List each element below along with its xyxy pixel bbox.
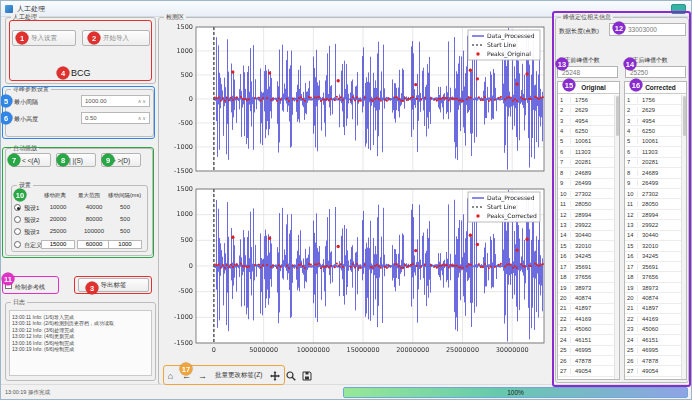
batch-change-labels-button[interactable]: 批量更改标签(Z)	[213, 371, 264, 380]
table-row[interactable]: 824689	[625, 168, 681, 178]
table-row[interactable]: 611303	[558, 147, 614, 157]
table-row[interactable]: 2749054	[558, 366, 614, 376]
window-control-button[interactable]	[671, 4, 686, 14]
table-row[interactable]: 1532010	[625, 241, 681, 251]
table-row[interactable]: 1837656	[625, 272, 681, 282]
table-row[interactable]: 1228994	[625, 210, 681, 220]
row-index: 7	[625, 159, 638, 165]
table-row[interactable]: 46250	[625, 126, 681, 136]
table-row[interactable]: 2647878	[558, 356, 614, 366]
table-row[interactable]: 2546995	[625, 346, 681, 356]
original-peaks-table[interactable]: Original 1175622629349544625051006161130…	[557, 81, 620, 380]
table-row[interactable]: 510061	[625, 137, 681, 147]
preset-label: 预设2	[24, 216, 39, 225]
table-row[interactable]: 34954	[625, 116, 681, 126]
row-index: 9	[558, 180, 571, 186]
min-height-input[interactable]	[82, 115, 138, 121]
save-icon[interactable]	[301, 369, 312, 382]
table-row[interactable]: 46250	[558, 126, 614, 136]
draw-reference-checkbox[interactable]	[5, 282, 12, 289]
table-row[interactable]: 2244169	[558, 314, 614, 324]
table-row[interactable]: 926499	[558, 179, 614, 189]
table-row[interactable]: 1027302	[558, 189, 614, 199]
preset-radio-2[interactable]	[14, 216, 21, 223]
preset-value[interactable]	[41, 240, 75, 249]
min-interval-spinbox[interactable]: ∧∨	[81, 95, 150, 107]
forward-icon[interactable]: →	[197, 369, 208, 382]
log-output[interactable]: 13:00:11 Info: (1/6)导入完成13:00:11 Info: (…	[9, 310, 152, 376]
row-index: 27	[625, 368, 638, 374]
export-labels-button[interactable]: 导出标签	[78, 278, 149, 292]
table-row[interactable]: 11756	[625, 95, 681, 105]
table-row[interactable]: 2040874	[625, 293, 681, 303]
original-table-scrollbar[interactable]	[614, 95, 619, 379]
table-row[interactable]: 1228994	[558, 210, 614, 220]
preset-radio-3[interactable]	[14, 228, 21, 235]
table-row[interactable]: 2141897	[558, 304, 614, 314]
home-icon[interactable]: ⌂	[165, 369, 176, 382]
table-row[interactable]: 2345060	[558, 325, 614, 335]
zoom-icon[interactable]	[285, 369, 296, 382]
table-row[interactable]: 11756	[558, 95, 614, 105]
table-row[interactable]: 2141897	[625, 304, 681, 314]
table-row[interactable]: 1735691	[625, 262, 681, 272]
table-row[interactable]: 824689	[558, 168, 614, 178]
peak-value: 35691	[638, 264, 658, 270]
min-height-spinbox[interactable]: ∧∨	[81, 112, 150, 124]
table-row[interactable]: 1735691	[558, 262, 614, 272]
row-index: 23	[625, 326, 638, 332]
table-row[interactable]: 720281	[625, 158, 681, 168]
pan-icon[interactable]	[269, 369, 280, 382]
row-index: 15	[558, 243, 571, 249]
table-row[interactable]: 926499	[625, 179, 681, 189]
table-row[interactable]: 1938973	[558, 283, 614, 293]
table-row[interactable]: 1634245	[558, 252, 614, 262]
bottom-chart-canvas[interactable]	[162, 185, 548, 361]
corrected-table-scrollbar[interactable]	[681, 95, 686, 379]
row-index: 23	[558, 326, 571, 332]
spinner-arrows-icon[interactable]: ∧∨	[138, 98, 149, 104]
pause-button[interactable]: | |(S)	[56, 153, 96, 167]
step-left-button[interactable]: < <(A)	[11, 153, 51, 167]
row-index: 2	[625, 107, 638, 113]
table-row[interactable]: 34954	[558, 116, 614, 126]
app-icon	[5, 5, 13, 13]
table-row[interactable]: 2647878	[625, 356, 681, 366]
table-row[interactable]: 1430440	[625, 231, 681, 241]
table-row[interactable]: 22629	[558, 105, 614, 115]
table-row[interactable]: 22629	[625, 105, 681, 115]
preset-value[interactable]	[108, 240, 142, 249]
min-interval-input[interactable]	[82, 98, 138, 104]
step-right-button[interactable]: > >(D)	[101, 153, 141, 167]
table-row[interactable]: 1634245	[625, 252, 681, 262]
table-row[interactable]: 1329922	[625, 220, 681, 230]
table-row[interactable]: 1837656	[558, 272, 614, 282]
start-import-button[interactable]: 开始导入	[82, 30, 150, 46]
back-icon[interactable]: ←	[181, 369, 192, 382]
spinner-arrows-icon[interactable]: ∧∨	[138, 115, 149, 121]
table-row[interactable]: 720281	[558, 158, 614, 168]
table-row[interactable]: 1938973	[625, 283, 681, 293]
import-settings-button[interactable]: 导入设置	[12, 30, 76, 46]
peak-value: 32010	[638, 243, 658, 249]
corrected-peaks-table[interactable]: Corrected 117562262934954462505100616113…	[624, 81, 687, 380]
table-row[interactable]: 1128050	[558, 199, 614, 209]
table-row[interactable]: 1430440	[558, 231, 614, 241]
table-row[interactable]: 611303	[625, 147, 681, 157]
table-row[interactable]: 1532010	[558, 241, 614, 251]
table-row[interactable]: 2040874	[558, 293, 614, 303]
preset-radio-4[interactable]	[14, 241, 21, 248]
table-row[interactable]: 1027302	[625, 189, 681, 199]
top-chart-canvas[interactable]	[162, 23, 548, 177]
table-row[interactable]: 2546995	[558, 346, 614, 356]
table-row[interactable]: 2749054	[625, 366, 681, 376]
table-row[interactable]: 510061	[558, 137, 614, 147]
preset-radio-1[interactable]	[14, 204, 21, 211]
table-row[interactable]: 1329922	[558, 220, 614, 230]
table-row[interactable]: 2446151	[625, 335, 681, 345]
table-row[interactable]: 2345060	[625, 325, 681, 335]
preset-value[interactable]	[77, 240, 111, 249]
table-row[interactable]: 2244169	[625, 314, 681, 324]
table-row[interactable]: 2446151	[558, 335, 614, 345]
table-row[interactable]: 1128050	[625, 199, 681, 209]
